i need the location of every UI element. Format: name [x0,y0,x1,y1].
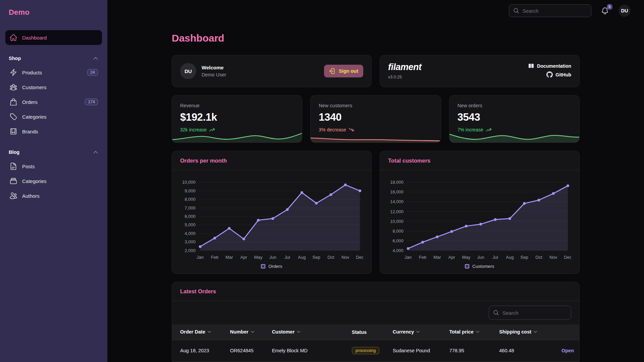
search-input[interactable] [523,8,587,14]
svg-text:Feb: Feb [419,255,426,260]
svg-text:Aug: Aug [506,255,514,260]
column-header-order-date[interactable]: Order Date [172,324,225,340]
main-content: Dashboard DU Welcome Demo User [107,21,644,362]
orders-per-month-chart: 2,0003,0004,0005,0006,0007,0008,0009,000… [180,178,363,261]
svg-text:12,000: 12,000 [390,209,404,214]
document-text-icon [9,162,17,170]
svg-text:10,000: 10,000 [182,180,196,185]
user-menu-avatar[interactable]: DU [619,5,631,17]
github-icon [546,71,553,78]
products-count-badge: 24 [87,69,98,76]
stat-card-revenue: Revenue $192.1k 32k increase [172,95,302,143]
chevron-down-icon [207,329,212,334]
svg-text:Dec: Dec [564,255,571,260]
sidebar-item-authors[interactable]: Authors [5,188,102,203]
sidebar-item-categories[interactable]: Categories [5,109,102,124]
notifications-button[interactable]: 5 [601,7,609,15]
book-icon [528,63,534,69]
svg-text:Sep: Sep [313,255,320,260]
documentation-link[interactable]: Documentation [528,63,571,69]
cell-customer: Emely Block MD [267,340,346,361]
table-header-row: Order Date Number Customer Status Curren… [172,324,579,340]
bookmark-square-icon [9,127,17,135]
stat-value: 1340 [319,111,432,123]
sidebar-item-products[interactable]: Products 24 [5,65,102,80]
new-customers-sparkline [311,130,440,142]
welcome-greeting: Welcome [202,65,226,70]
chevron-down-icon [250,329,255,334]
column-header-total-price[interactable]: Total price [444,324,494,340]
rectangle-stack-icon [9,177,17,185]
cell-total-price: 778.95 [444,340,494,361]
github-link[interactable]: GitHub [546,71,571,78]
chevron-down-icon [296,329,301,334]
sign-out-button[interactable]: Sign out [324,65,363,77]
chevron-up-icon[interactable] [93,55,99,61]
svg-text:18,000: 18,000 [390,180,404,185]
table-search[interactable] [489,306,571,320]
filament-info-widget: filament v3.0.25 Documentation [380,55,580,87]
github-label: GitHub [555,72,571,77]
sidebar-item-posts[interactable]: Posts [5,159,102,174]
stat-label: New orders [458,103,571,108]
latest-orders-widget: Latest Orders [172,282,580,362]
column-header-number[interactable]: Number [225,324,267,340]
chart-legend: Customers [388,264,571,269]
sidebar-item-brands[interactable]: Brands [5,124,102,139]
svg-text:Dec: Dec [356,255,363,260]
legend-marker [465,264,469,268]
svg-text:Feb: Feb [211,255,218,260]
column-header-customer[interactable]: Customer [267,324,346,340]
chart-legend: Orders [180,264,363,269]
svg-text:8,000: 8,000 [184,197,195,202]
svg-text:7,000: 7,000 [184,205,195,210]
home-icon [9,34,17,42]
global-search[interactable] [509,4,591,17]
stat-card-new-orders: New orders 3543 7% increase [449,95,580,143]
svg-text:14,000: 14,000 [390,199,404,204]
svg-text:9,000: 9,000 [184,188,195,193]
svg-text:6,000: 6,000 [392,238,403,243]
bolt-icon [9,68,17,76]
svg-text:16,000: 16,000 [390,189,404,194]
status-badge: processing [352,347,379,354]
column-header-currency[interactable]: Currency [387,324,444,340]
sidebar-item-label: Categories [22,114,47,120]
sign-out-label: Sign out [339,68,358,74]
stat-label: New customers [319,103,432,108]
filament-logo: filament [388,62,422,72]
orders-count-badge: 174 [85,99,98,105]
column-header-shipping-cost[interactable]: Shipping cost [494,324,549,340]
sidebar: Demo Dashboard Shop Products 24 Customer… [0,0,107,362]
sidebar-item-label: Posts [22,164,35,169]
svg-text:4,000: 4,000 [392,248,403,253]
svg-text:Nov: Nov [549,255,557,260]
brand-logo[interactable]: Demo [5,7,102,18]
svg-text:Jun: Jun [269,255,276,260]
search-icon [513,8,519,14]
sidebar-item-dashboard[interactable]: Dashboard [5,30,102,45]
cell-shipping-cost: 460.48 [494,340,549,361]
svg-text:Mar: Mar [225,255,233,260]
sidebar-group-blog: Blog [5,147,102,157]
sidebar-item-customers[interactable]: Customers [5,80,102,95]
tag-icon [9,113,17,121]
legend-label: Customers [472,264,494,269]
svg-text:10,000: 10,000 [390,219,404,224]
chevron-down-icon [475,329,480,334]
stat-value: 3543 [458,111,571,123]
chart-title: Total customers [388,158,430,164]
svg-text:4,000: 4,000 [184,231,195,236]
chevron-up-icon[interactable] [93,149,99,155]
chart-title: Orders per month [180,158,227,164]
svg-text:May: May [254,255,263,260]
orders-per-month-widget: Orders per month 2,0003,0004,0005,0006,0… [172,151,372,274]
table-row[interactable]: Aug 18, 2023 OR624845 Emely Block MD pro… [172,340,579,361]
svg-text:5,000: 5,000 [184,222,195,227]
sidebar-item-orders[interactable]: Orders 174 [5,95,102,109]
chevron-down-icon [416,329,420,334]
table-search-input[interactable] [502,310,567,316]
shopping-bag-icon [9,98,17,106]
open-order-link[interactable]: Open [561,348,574,353]
sidebar-item-blog-categories[interactable]: Categories [5,174,102,188]
